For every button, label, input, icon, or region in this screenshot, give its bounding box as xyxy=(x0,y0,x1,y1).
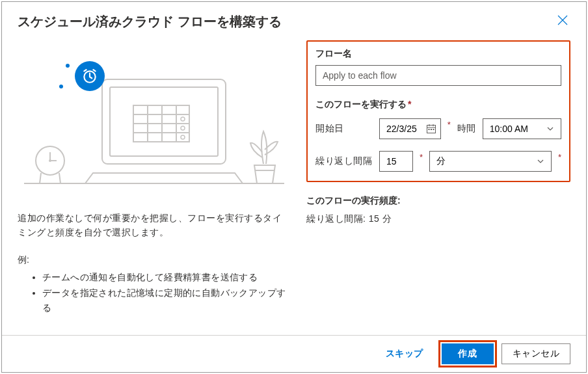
create-button[interactable]: 作成 xyxy=(442,343,494,364)
schedule-badge xyxy=(75,61,105,91)
list-item: データを指定された記憶域に定期的に自動バックアップする xyxy=(42,286,291,315)
dialog-footer: スキップ 作成 キャンセル xyxy=(2,335,586,372)
skip-button[interactable]: スキップ xyxy=(375,343,434,364)
repeat-interval-input[interactable]: 15 xyxy=(379,151,413,172)
left-column: 追加の作業なしで何が重要かを把握し、フローを実行するタイミングと頻度を自分で選択… xyxy=(18,40,291,327)
svg-point-16 xyxy=(181,135,185,139)
start-date-label: 開始日 xyxy=(315,123,373,135)
time-picker[interactable]: 10:00 AM xyxy=(483,118,561,139)
cancel-button[interactable]: キャンセル xyxy=(501,343,571,364)
repeat-label: 繰り返し間隔 xyxy=(315,155,373,167)
svg-rect-23 xyxy=(428,129,429,130)
frequency-title: このフローの実行頻度: xyxy=(306,195,570,207)
svg-rect-6 xyxy=(110,87,218,156)
repeat-value: 15 xyxy=(386,156,397,167)
decoration-dot xyxy=(59,85,63,88)
svg-point-15 xyxy=(181,126,185,130)
close-icon xyxy=(557,15,568,25)
chevron-down-icon xyxy=(546,125,554,133)
close-button[interactable] xyxy=(555,12,570,31)
repeat-unit-value: 分 xyxy=(436,155,446,167)
flow-name-label: フロー名 xyxy=(315,48,561,60)
right-column: フロー名 このフローを実行する* 開始日 22/3/25 xyxy=(306,40,570,327)
dialog-header: スケジュール済みクラウド フローを構築する xyxy=(2,2,586,35)
illustration xyxy=(18,40,291,190)
dialog-title: スケジュール済みクラウド フローを構築する xyxy=(18,13,282,31)
svg-point-14 xyxy=(181,117,185,121)
svg-rect-25 xyxy=(433,129,434,130)
chevron-down-icon xyxy=(537,157,544,165)
dialog-body: 追加の作業なしで何が重要かを把握し、フローを実行するタイミングと頻度を自分で選択… xyxy=(2,35,586,335)
highlighted-form-area: フロー名 このフローを実行する* 開始日 22/3/25 xyxy=(306,40,570,182)
scheduled-flow-dialog: スケジュール済みクラウド フローを構築する xyxy=(1,1,587,373)
decoration-dot xyxy=(66,64,70,68)
start-date-value: 22/3/25 xyxy=(386,124,417,134)
start-datetime-row: 開始日 22/3/25 xyxy=(315,118,561,139)
description: 追加の作業なしで何が重要かを把握し、フローを実行するタイミングと頻度を自分で選択… xyxy=(18,211,291,240)
examples-label: 例: xyxy=(18,254,291,266)
alarm-clock-icon xyxy=(81,68,98,85)
list-item: チームへの通知を自動化して経費精算書を送信する xyxy=(42,270,291,284)
svg-rect-24 xyxy=(431,129,432,130)
start-date-picker[interactable]: 22/3/25 xyxy=(379,118,441,139)
svg-rect-5 xyxy=(102,79,226,164)
repeat-unit-select[interactable]: 分 xyxy=(429,151,552,172)
time-label: 時間 xyxy=(457,123,476,135)
repeat-row: 繰り返し間隔 15 * 分 * xyxy=(315,151,561,172)
flow-name-input[interactable] xyxy=(315,65,561,86)
run-section-label-text: このフローを実行する xyxy=(315,99,407,109)
time-value: 10:00 AM xyxy=(490,124,528,134)
run-section-label: このフローを実行する* xyxy=(315,99,561,111)
frequency-value: 繰り返し間隔: 15 分 xyxy=(306,213,570,225)
laptop-plant-clock-illustration xyxy=(18,40,291,190)
calendar-icon xyxy=(426,124,436,134)
examples-list: チームへの通知を自動化して経費精算書を送信する データを指定された記憶域に定期的… xyxy=(18,270,291,315)
